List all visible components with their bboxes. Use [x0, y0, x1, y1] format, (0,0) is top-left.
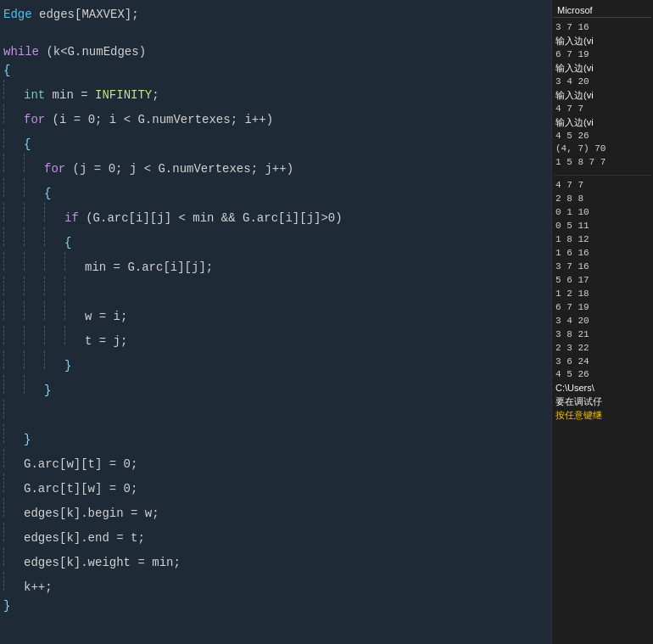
code-line: G.arc[w][t] = 0;	[3, 449, 551, 473]
keyword-for: for	[24, 110, 45, 129]
output-line: 3 4 20	[554, 315, 651, 328]
output-line: (4, 7) 70	[554, 143, 651, 156]
code-token: {	[64, 233, 71, 252]
code-token: G.arc[t][w] = 0;	[24, 479, 137, 498]
code-token: }	[64, 356, 71, 375]
output-line: 4 5 26	[554, 368, 651, 382]
code-line: for (j = 0; j < G.numVertexes; j++)	[3, 154, 551, 178]
output-line: 3 8 21	[554, 328, 651, 342]
code-line: edges[k].end = t;	[3, 523, 551, 547]
output-line: 按任意键继	[554, 409, 651, 423]
output-line: 0 1 10	[554, 206, 651, 220]
code-line: edges[k].weight = min;	[3, 547, 551, 572]
code-token: Edge	[3, 5, 32, 24]
code-line: {	[3, 227, 551, 252]
code-line: {	[3, 61, 551, 80]
keyword-while: while	[3, 42, 39, 61]
code-token: ;	[152, 86, 159, 104]
code-token: edges[k].begin = w;	[24, 504, 159, 523]
code-line: k++;	[3, 572, 551, 596]
output-line: 1 2 18	[554, 288, 651, 301]
code-editor: Edge edges[MAXVEX]; while (k<G.numEdges)…	[0, 0, 551, 644]
code-token: (G.arc[i][j] < min && G.arc[i][j]>0)	[79, 209, 343, 227]
output-line: 2 8 8	[554, 193, 651, 206]
output-panel: Microsof 3 7 16 输入边(vi 6 7 19 输入边(vi 3 4…	[551, 0, 653, 644]
output-line: 1 6 16	[554, 247, 651, 260]
output-line: 0 5 11	[554, 220, 651, 233]
output-line: 4 5 26	[554, 130, 651, 143]
output-section-2: 4 7 7 2 8 8 0 1 10 0 5 11 1 8 12 1 6 16 …	[554, 175, 651, 423]
code-token: }	[24, 430, 31, 449]
output-line: 2 3 22	[554, 342, 651, 356]
output-line: 3 7 16	[554, 260, 651, 274]
output-title: Microsof	[554, 3, 651, 18]
code-line: for (i = 0; i < G.numVertexes; i++)	[3, 104, 551, 129]
output-line: 4 7 7	[554, 179, 651, 193]
code-token: {	[24, 135, 31, 154]
code-token: G.arc[w][t] = 0;	[24, 455, 137, 473]
keyword-for: for	[44, 160, 65, 178]
code-line: }	[3, 596, 551, 615]
code-token: INFINITY	[95, 86, 152, 104]
code-token: (i = 0; i < G.numVertexes; i++)	[45, 110, 273, 129]
code-line: }	[3, 424, 551, 449]
code-line: }	[3, 350, 551, 375]
code-line: G.arc[t][w] = 0;	[3, 473, 551, 498]
output-line: 1 5 8 7 7	[554, 156, 651, 170]
code-line: while (k<G.numEdges)	[3, 42, 551, 61]
output-line: 输入边(vi	[554, 116, 651, 130]
output-line: 6 7 19	[554, 48, 651, 62]
code-token: }	[44, 381, 51, 400]
output-line: 输入边(vi	[554, 89, 651, 103]
output-line: C:\Users\	[554, 382, 651, 395]
code-token: min = G.arc[i][j];	[85, 258, 213, 277]
code-line: if (G.arc[i][j] < min && G.arc[i][j]>0)	[3, 203, 551, 227]
code-line: min = G.arc[i][j];	[3, 252, 551, 277]
output-line: 输入边(vi	[554, 62, 651, 76]
code-line	[3, 277, 551, 301]
output-line: 3 6 24	[554, 356, 651, 369]
code-token: w = i;	[85, 307, 127, 326]
code-line: int min = INFINITY ;	[3, 80, 551, 104]
code-token: {	[44, 184, 51, 203]
code-token: edges[MAXVEX];	[32, 5, 139, 24]
output-line: 5 6 17	[554, 274, 651, 288]
output-line: 要在调试仔	[554, 395, 651, 409]
code-token: }	[3, 596, 10, 615]
output-line: 1 8 12	[554, 233, 651, 247]
output-line: 输入边(vi	[554, 35, 651, 48]
output-line: 4 7 7	[554, 103, 651, 116]
code-token: t = j;	[85, 332, 127, 350]
output-line: 3 7 16	[554, 21, 651, 35]
code-token: min =	[45, 86, 95, 104]
code-token: edges[k].end = t;	[24, 529, 145, 547]
code-token: k++;	[24, 578, 53, 596]
code-content: Edge edges[MAXVEX]; while (k<G.numEdges)…	[0, 0, 551, 620]
code-line	[3, 400, 551, 424]
code-line: edges[k].begin = w;	[3, 498, 551, 523]
output-line: 6 7 19	[554, 301, 651, 315]
code-line: t = j;	[3, 326, 551, 350]
code-token: {	[3, 61, 10, 80]
code-token: (k<G.numEdges)	[39, 42, 146, 61]
code-line: w = i;	[3, 301, 551, 326]
keyword-int: int	[24, 86, 45, 104]
code-line: {	[3, 178, 551, 203]
code-line: }	[3, 375, 551, 400]
output-line: 3 4 20	[554, 76, 651, 89]
code-token: edges[k].weight = min;	[24, 553, 181, 572]
code-line: Edge edges[MAXVEX];	[3, 5, 551, 24]
code-line: {	[3, 129, 551, 154]
code-token: (j = 0; j < G.numVertexes; j++)	[65, 160, 293, 178]
output-title-text: Microsof	[557, 5, 593, 15]
keyword-if: if	[64, 209, 79, 227]
code-line	[3, 24, 551, 42]
